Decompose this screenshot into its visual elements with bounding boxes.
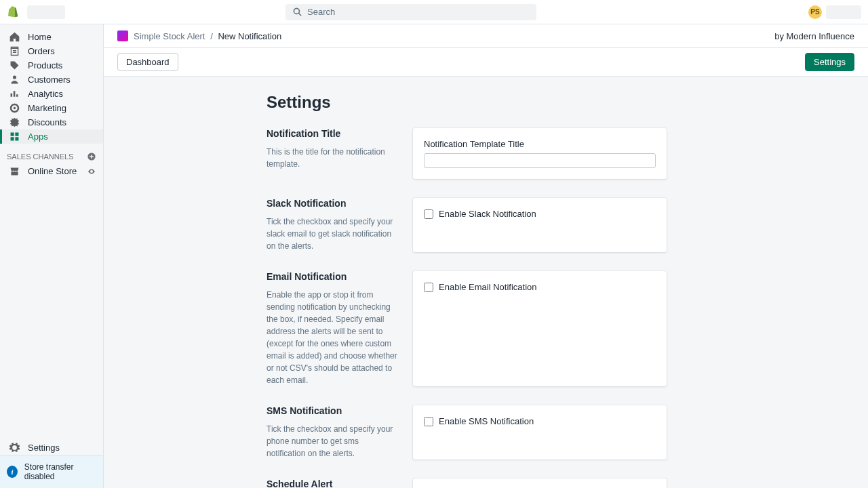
sidebar-item-label: Customers: [28, 75, 71, 85]
tab-settings[interactable]: Settings: [805, 53, 854, 71]
sidebar-item-marketing[interactable]: Marketing: [0, 101, 103, 115]
view-store-icon[interactable]: [87, 167, 96, 176]
topbar-right: PS: [808, 5, 861, 19]
tabs-bar: Dashboard Settings: [104, 48, 868, 77]
store-name-skeleton: [27, 5, 65, 19]
search-placeholder: Search: [307, 7, 335, 17]
sidebar-item-label: Home: [28, 32, 52, 42]
online-store-icon: [9, 165, 20, 177]
apps-icon: [9, 131, 20, 142]
section-heading: Slack Notification: [267, 198, 399, 209]
section-desc: Tick the checkbox and specify your slack…: [267, 216, 399, 252]
notification-title-input[interactable]: [424, 153, 656, 168]
sidebar: Home Orders Products Customers Analytics…: [0, 24, 104, 488]
section-sms: SMS Notification Tick the checkbox and s…: [253, 405, 868, 460]
section-schedule: Schedule Alert Schedule the timing of no…: [253, 479, 868, 488]
app-author: by Modern Influence: [774, 31, 854, 41]
breadcrumb: Simple Stock Alert / New Notification: [134, 31, 281, 41]
checkbox-label: Enable Slack Notification: [439, 209, 536, 219]
add-channel-icon[interactable]: [87, 152, 96, 161]
enable-sms-checkbox[interactable]: [424, 417, 433, 426]
section-notification-title: Notification Title This is the title for…: [253, 128, 868, 179]
tab-dashboard[interactable]: Dashboard: [117, 53, 178, 71]
info-icon: i: [7, 466, 18, 478]
avatar[interactable]: PS: [808, 5, 822, 19]
section-heading: Notification Title: [267, 128, 399, 139]
sidebar-item-label: Marketing: [28, 103, 66, 113]
section-heading: SMS Notification: [267, 405, 399, 416]
section-desc: This is the title for the notification t…: [267, 146, 399, 170]
checkbox-label: Enable Email Notification: [439, 282, 537, 292]
section-slack: Slack Notification Tick the checkbox and…: [253, 198, 868, 252]
breadcrumb-app[interactable]: Simple Stock Alert: [134, 31, 205, 41]
sidebar-section-label: SALES CHANNELS: [7, 152, 73, 161]
sidebar-item-online-store[interactable]: Online Store: [0, 164, 103, 178]
gear-icon: [9, 442, 20, 453]
sidebar-item-label: Apps: [28, 131, 48, 142]
user-name-skeleton: [826, 5, 861, 19]
sidebar-item-discounts[interactable]: Discounts: [0, 115, 103, 129]
products-icon: [9, 60, 20, 71]
search-input[interactable]: Search: [285, 4, 536, 20]
topbar: Search PS: [0, 0, 868, 24]
sidebar-item-settings[interactable]: Settings: [0, 441, 103, 455]
breadcrumb-separator: /: [210, 31, 213, 41]
sidebar-item-orders[interactable]: Orders: [0, 44, 103, 58]
orders-icon: [9, 45, 20, 57]
enable-email-checkbox[interactable]: [424, 283, 433, 292]
section-desc: Enable the app or stop it from sending n…: [267, 289, 399, 386]
sidebar-item-products[interactable]: Products: [0, 58, 103, 73]
field-label-template-title: Notification Template Title: [424, 139, 656, 149]
app-header: Simple Stock Alert / New Notification by…: [104, 24, 868, 48]
discounts-icon: [9, 117, 20, 128]
home-icon: [9, 31, 20, 43]
sidebar-item-label: Analytics: [28, 89, 63, 99]
section-email: Email Notification Enable the app or sto…: [253, 271, 868, 386]
section-heading: Email Notification: [267, 271, 399, 282]
sidebar-section-sales-channels: SALES CHANNELS: [0, 144, 103, 164]
enable-slack-checkbox[interactable]: [424, 209, 433, 219]
store-transfer-banner[interactable]: i Store transfer disabled: [0, 455, 103, 488]
marketing-icon: [9, 102, 20, 114]
search-icon: [292, 7, 303, 18]
content: Simple Stock Alert / New Notification by…: [104, 24, 868, 488]
sidebar-item-label: Online Store: [28, 166, 77, 176]
shopify-logo-icon: [8, 6, 20, 18]
sidebar-item-label: Settings: [28, 443, 60, 453]
breadcrumb-current: New Notification: [218, 31, 281, 41]
customers-icon: [9, 74, 20, 85]
app-icon: [117, 30, 128, 41]
sidebar-item-label: Discounts: [28, 117, 66, 127]
checkbox-label: Enable SMS Notification: [439, 416, 534, 426]
sidebar-item-home[interactable]: Home: [0, 30, 103, 44]
sidebar-item-label: Products: [28, 60, 62, 70]
analytics-icon: [9, 88, 20, 100]
store-transfer-text: Store transfer disabled: [24, 462, 96, 481]
sidebar-item-label: Orders: [28, 46, 55, 56]
section-heading: Schedule Alert: [267, 479, 399, 488]
section-desc: Tick the checkbox and specify your phone…: [267, 423, 399, 460]
sidebar-item-customers[interactable]: Customers: [0, 73, 103, 87]
sidebar-item-apps[interactable]: Apps: [0, 129, 103, 144]
page-title: Settings: [267, 93, 868, 112]
settings-body: Settings Notification Title This is the …: [104, 77, 868, 488]
sidebar-item-analytics[interactable]: Analytics: [0, 87, 103, 101]
